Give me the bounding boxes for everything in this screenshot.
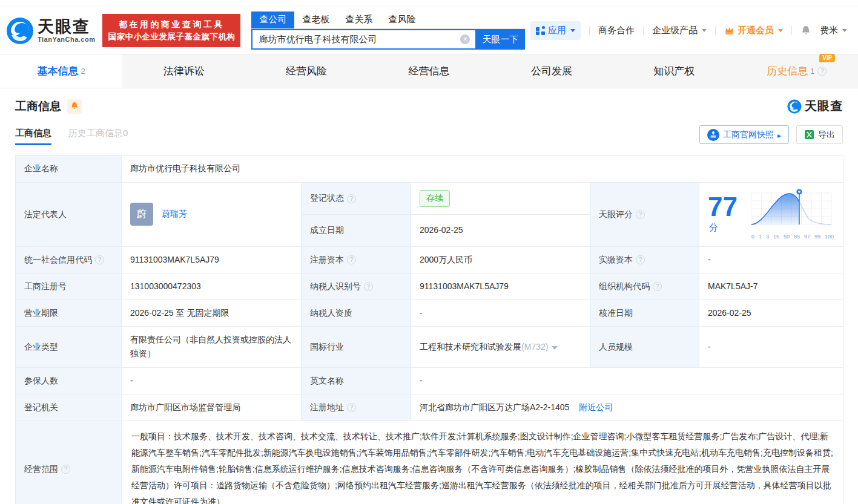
- nav-user-label: 费米: [820, 25, 838, 36]
- search-tab-company[interactable]: 查公司: [251, 11, 294, 28]
- field-value-credit-code: 91131003MAK7L5AJ79: [122, 246, 302, 273]
- logo-text: 天眼查: [38, 18, 95, 35]
- tab-intellectual-property[interactable]: 知识产权: [613, 54, 735, 88]
- field-value-reg-address: 河北省廊坊市广阳区万达广场A2-2-1405 附近公司: [411, 394, 843, 421]
- field-label-english-name: 英文名称: [302, 367, 411, 394]
- tianyancha-logo-icon: [787, 99, 802, 114]
- search-tab-boss[interactable]: 查老板: [294, 11, 337, 28]
- nav-apps[interactable]: 应用: [530, 21, 581, 40]
- tab-company-development[interactable]: 公司发展: [490, 54, 613, 88]
- nav-cooperation-label: 商务合作: [598, 25, 635, 36]
- search-input[interactable]: [251, 29, 475, 50]
- table-row: 企业名称 廊坊市优行电子科技有限公司: [16, 155, 843, 183]
- nav-apps-label: 应用: [548, 25, 566, 36]
- nav-cooperation[interactable]: 商务合作: [598, 25, 635, 36]
- field-value-staff-size: -: [699, 326, 843, 367]
- field-label-enterprise-type: 企业类型: [16, 326, 122, 367]
- tab-legal-proceedings[interactable]: 法律诉讼: [122, 54, 245, 88]
- stamp-icon: [707, 129, 719, 141]
- tab-business-info-label: 经营信息: [408, 64, 449, 78]
- subtab-history-registration[interactable]: 历史工商信息0: [68, 128, 128, 145]
- nav-divider: [791, 26, 792, 35]
- help-icon[interactable]: [95, 255, 104, 264]
- search-tab-relation[interactable]: 查关系: [337, 11, 380, 28]
- help-icon[interactable]: [347, 194, 356, 203]
- tab-operating-risk[interactable]: 经营风险: [245, 54, 368, 88]
- watermark-logo-text: 天眼查: [805, 98, 843, 114]
- help-icon[interactable]: [347, 403, 356, 412]
- nav-enterprise-label: 企业级产品: [652, 25, 698, 36]
- tab-basic-info[interactable]: 基本信息 2: [0, 54, 122, 88]
- status-badge: 存续: [420, 190, 450, 206]
- field-label-company-name: 企业名称: [16, 155, 122, 183]
- business-registration-table: 企业名称 廊坊市优行电子科技有限公司 法定代表人 蔚 蔚瑞芳 登记状态 存续 天…: [15, 155, 843, 504]
- field-value-tyc-score: 77分: [699, 183, 843, 247]
- section-title: 工商信息: [15, 99, 61, 114]
- caret-down-icon: [842, 29, 847, 32]
- search-block: 查公司 查老板 查关系 查风险 天眼一下: [251, 11, 525, 50]
- caret-down-icon: [702, 29, 707, 32]
- nav-divider: [643, 26, 644, 35]
- export-button[interactable]: 导出: [796, 125, 843, 144]
- tab-business-info[interactable]: 经营信息: [368, 54, 490, 88]
- field-label-legal-rep: 法定代表人: [16, 183, 122, 247]
- tab-legal-proceedings-label: 法律诉讼: [163, 64, 205, 78]
- field-value-reg-capital: 2000万人民币: [411, 246, 590, 273]
- help-icon[interactable]: [817, 67, 827, 76]
- field-value-company-name: 廊坊市优行电子科技有限公司: [122, 155, 843, 183]
- legal-rep-link[interactable]: 蔚瑞芳: [162, 209, 187, 218]
- nearby-companies-link[interactable]: 附近公司: [579, 402, 613, 412]
- apps-grid-icon: [536, 26, 545, 35]
- main-content: 工商信息 天眼查 工商信息 历史工商信息0: [0, 98, 858, 504]
- field-value-business-term: 2026-02-25 至 无固定期限: [122, 299, 302, 326]
- slogan-line2: 国家中小企业发展子基金旗下机构: [108, 31, 235, 43]
- help-icon[interactable]: [636, 255, 645, 264]
- search-tab-risk[interactable]: 查风险: [380, 11, 423, 28]
- reg-status-label: 登记状态: [310, 191, 344, 205]
- field-value-taxpayer-id: 91131003MAK7L5AJ79: [411, 273, 590, 299]
- tianyancha-logo-icon: [6, 17, 34, 45]
- chevron-down-icon[interactable]: [552, 346, 558, 350]
- official-snapshot-button[interactable]: 工商官网快照: [699, 125, 789, 144]
- tab-history-info-count: 1: [810, 67, 814, 76]
- subtab-business-registration[interactable]: 工商信息: [15, 128, 51, 145]
- monitor-bell-button[interactable]: [67, 99, 82, 114]
- logo-subtext: TianYanCha.com: [38, 36, 95, 44]
- table-row: 工商注册号 131003000472303 纳税人识别号 91131003MAK…: [16, 273, 843, 299]
- tab-history-info[interactable]: 历史信息 1 VIP: [736, 54, 858, 88]
- field-value-enterprise-type: 有限责任公司（非自然人投资或控股的法人独资）: [122, 326, 302, 367]
- arrow-right-icon: [777, 130, 781, 140]
- nav-enterprise[interactable]: 企业级产品: [652, 25, 707, 36]
- tab-basic-info-count: 2: [81, 67, 85, 76]
- help-icon[interactable]: [653, 282, 662, 291]
- company-tab-bar: 基本信息 2 法律诉讼 经营风险 经营信息 公司发展 知识产权 历史信息 1 V…: [0, 54, 858, 88]
- brand-slogan-banner: 都在用的商业查询工具 国家中小企业发展子基金旗下机构: [102, 14, 240, 47]
- top-nav: 应用 商务合作 企业级产品 开通会员 费米: [530, 21, 847, 40]
- tab-history-info-label: 历史信息: [767, 64, 808, 78]
- help-icon[interactable]: [364, 282, 373, 291]
- field-value-business-scope: 一般项目：技术服务、技术开发、技术咨询、技术交流、技术转让、技术推广;软件开发;…: [122, 421, 843, 504]
- field-label-reg-authority: 登记机关: [16, 394, 122, 421]
- header: 天眼查 TianYanCha.com 都在用的商业查询工具 国家中小企业发展子基…: [0, 7, 858, 54]
- help-icon[interactable]: [61, 465, 70, 474]
- excel-icon: [804, 129, 814, 140]
- help-icon[interactable]: [636, 210, 645, 219]
- legal-rep-avatar[interactable]: 蔚: [130, 203, 153, 226]
- score-value: 77: [708, 192, 738, 221]
- nav-user-menu[interactable]: 费米: [820, 25, 847, 36]
- field-value-reg-authority: 廊坊市广阳区市场监督管理局: [122, 394, 302, 421]
- vip-badge: VIP: [819, 54, 835, 62]
- field-label-reg-status: 登记状态: [302, 183, 411, 215]
- field-value-approval-date: 2026-02-25: [699, 299, 843, 326]
- field-label-paidin-capital: 实缴资本: [590, 246, 699, 273]
- tianyancha-logo[interactable]: 天眼查 TianYanCha.com: [6, 17, 95, 45]
- field-label-credit-code: 统一社会信用代码: [16, 246, 122, 273]
- tab-operating-risk-label: 经营风险: [286, 64, 327, 78]
- field-label-taxpayer-quality: 纳税人资质: [302, 299, 411, 326]
- field-value-english-name: -: [411, 367, 843, 394]
- field-value-legal-rep: 蔚 蔚瑞芳: [122, 183, 302, 247]
- search-button[interactable]: 天眼一下: [475, 29, 525, 50]
- nav-open-vip[interactable]: 开通会员: [724, 25, 783, 36]
- help-icon[interactable]: [347, 255, 356, 264]
- notification-bell-button[interactable]: [800, 25, 811, 36]
